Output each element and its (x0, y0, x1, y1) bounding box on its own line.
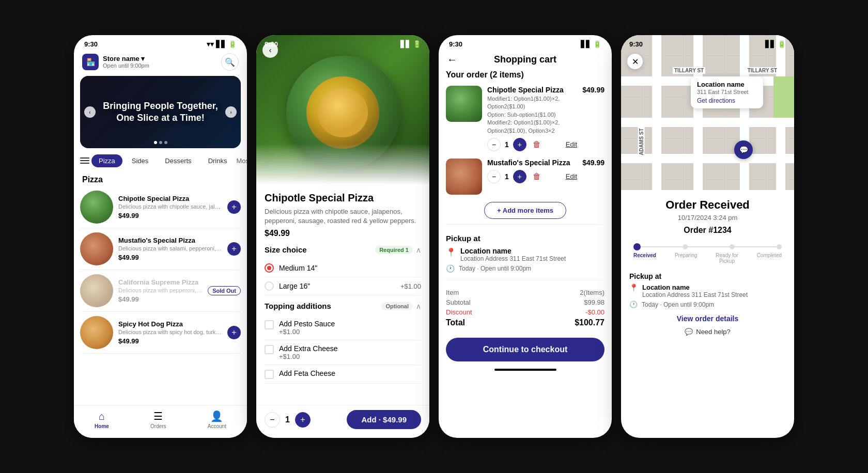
toppings-badges: Optional ∧ (381, 302, 421, 310)
chevron-up-icon[interactable]: ∧ (416, 302, 421, 310)
topping-label-wrap: Add Feta Cheese (279, 369, 421, 377)
clock-icon: 🕐 (446, 264, 455, 273)
category-sides[interactable]: Sides (125, 154, 156, 167)
checkbox[interactable] (265, 370, 274, 379)
delete-item-button[interactable]: 🗑 (533, 140, 541, 149)
step-received-label: Received (633, 253, 656, 264)
divider (446, 224, 605, 225)
cart-item-qty: 1 (505, 172, 509, 181)
checkout-button[interactable]: Continue to checkout (446, 338, 605, 361)
signal-icon: ▋▋ (765, 40, 776, 48)
chevron-up-icon[interactable]: ∧ (416, 246, 421, 254)
menu-item-desc: Delicious pizza with spicy hot dog, turk… (118, 329, 222, 335)
nav-orders[interactable]: ☰ Orders (150, 410, 166, 429)
back-button[interactable]: ‹ (262, 42, 278, 58)
nav-home[interactable]: ⌂ Home (95, 411, 109, 429)
phone-cart-screen: 9:30 ▋▋ 🔋 ← Shopping cart Your order (2 … (439, 35, 612, 438)
cart-item-image (446, 86, 482, 122)
increase-qty-button[interactable]: + (513, 138, 526, 151)
category-pizza[interactable]: Pizza (91, 154, 122, 167)
search-button[interactable]: 🔍 (221, 53, 239, 71)
progress-line (641, 246, 683, 247)
map-pin: 💬 (734, 140, 753, 159)
pickup-section: Pickup at 📍 Location name Location Addre… (446, 229, 605, 276)
size-option-large[interactable]: Large 16" +$1.00 (265, 277, 421, 295)
radio-button[interactable] (265, 263, 274, 273)
location-name: Location name (460, 247, 566, 255)
popup-location-name: Location name (697, 81, 757, 88)
battery-icon: 🔋 (778, 40, 786, 48)
location-details: Location name Location Address 311 East … (460, 247, 566, 262)
checkbox[interactable] (265, 345, 274, 354)
cart-item-name: Mustafio's Special Pizza (487, 159, 577, 167)
decrease-quantity-button[interactable]: − (265, 412, 280, 428)
toppings-header: Topping additions Optional ∧ (265, 302, 421, 310)
add-item-button[interactable]: + (227, 200, 241, 214)
add-item-button[interactable]: + (227, 242, 241, 256)
category-more[interactable]: Mos... (236, 157, 247, 165)
edit-item-button[interactable]: Edit (566, 172, 577, 180)
account-icon: 👤 (210, 410, 223, 422)
size-choice-title: Size choice (265, 245, 307, 254)
topping-extra-cheese[interactable]: Add Extra Cheese +$1.00 (265, 340, 421, 365)
location-address: Location Address 311 East 71st Street (642, 291, 748, 298)
order-received-title: Order Received (629, 198, 786, 212)
hero-next-button[interactable]: › (225, 106, 237, 118)
add-more-items-button[interactable]: + Add more items (484, 202, 566, 219)
add-item-button[interactable]: + (227, 326, 241, 339)
category-desserts[interactable]: Desserts (158, 154, 198, 167)
checkbox[interactable] (265, 320, 274, 329)
topping-feta[interactable]: Add Feta Cheese (265, 365, 421, 384)
decrease-qty-button[interactable]: − (487, 170, 501, 183)
battery-icon: 🔋 (593, 40, 601, 48)
item-count: 2(Items) (580, 289, 605, 296)
hero-prev-button[interactable]: ‹ (84, 106, 96, 118)
map-road (652, 35, 661, 190)
subtotal-value: $99.98 (584, 298, 605, 306)
need-help-row: 💬 Need help? (629, 328, 786, 336)
map-road (693, 35, 703, 190)
increase-qty-button[interactable]: + (513, 170, 526, 183)
hero-dot-2 (159, 141, 162, 144)
status-bar-3: 9:30 ▋▋ 🔋 (439, 35, 612, 51)
delete-item-button[interactable]: 🗑 (533, 172, 541, 181)
radio-dot (267, 266, 271, 270)
discount-label: Discount (446, 308, 472, 316)
store-info[interactable]: 🏪 Store name ▾ Open until 9:00pm (82, 54, 149, 70)
radio-button[interactable] (265, 281, 274, 291)
hours-row: 🕐 Today · Open until 9:00pm (446, 264, 605, 273)
hero-dot-1 (154, 141, 157, 144)
item-detail-content: Chipotle Special Pizza Delicious pizza w… (256, 185, 429, 407)
size-label: Medium 14" (279, 264, 421, 272)
back-button[interactable]: ← (447, 54, 457, 66)
home-indicator (494, 369, 556, 371)
hamburger-line (80, 163, 89, 164)
menu-item-image (80, 274, 113, 307)
phone-order-received-screen: TILLARY ST TILLARY ST ADAMS ST 9:30 ▋▋ 🔋… (621, 35, 794, 438)
category-drinks[interactable]: Drinks (201, 154, 235, 167)
menu-item-name: California Supreme Pizza (118, 278, 203, 286)
topping-pesto[interactable]: Add Pesto Sauce +$1.00 (265, 316, 421, 340)
cart-item-image (446, 159, 482, 195)
add-to-cart-button[interactable]: Add · $49.99 (347, 410, 421, 429)
nav-account[interactable]: 👤 Account (208, 410, 226, 429)
total-label: Total (446, 318, 465, 327)
increase-quantity-button[interactable]: + (295, 412, 311, 428)
menu-hamburger-button[interactable] (80, 153, 89, 168)
location-row: 📍 Location name Location Address 311 Eas… (446, 247, 605, 262)
cart-content: Your order (2 items) Chipotle Special Pi… (439, 70, 612, 398)
close-map-button[interactable]: ✕ (627, 54, 643, 69)
get-directions-link[interactable]: Get directions (697, 97, 757, 104)
decrease-qty-button[interactable]: − (487, 138, 501, 151)
order-number: Order #1234 (629, 226, 786, 235)
cart-header: ← Shopping cart (439, 51, 612, 70)
help-icon: 💬 (685, 328, 693, 336)
view-order-details-link[interactable]: View order details (629, 314, 786, 323)
orders-icon: ☰ (153, 410, 163, 422)
menu-item-info: California Supreme Pizza Delicious pizza… (118, 278, 203, 303)
item-description: Delicious pizza with chipotle sauce, jal… (265, 207, 421, 226)
edit-item-button[interactable]: Edit (566, 140, 577, 148)
size-option-medium[interactable]: Medium 14" (265, 259, 421, 277)
menu-item: Chipotle Special Pizza Delicious pizza w… (80, 186, 241, 228)
map-road (621, 154, 794, 163)
